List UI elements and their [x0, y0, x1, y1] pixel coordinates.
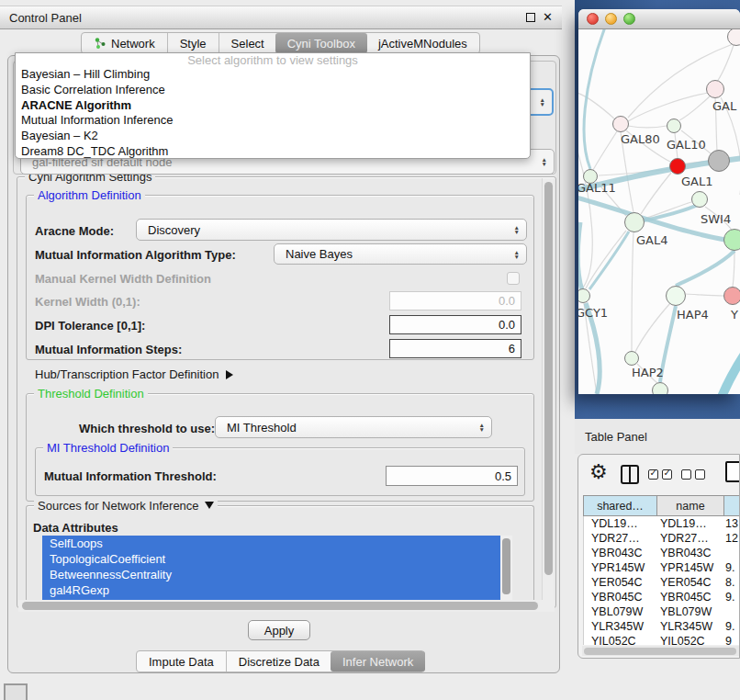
column-header-name[interactable]: name: [657, 495, 724, 516]
table-cell: YLR345W: [584, 620, 655, 633]
kernel-width-field[interactable]: 0.0: [389, 291, 521, 310]
network-node-gal[interactable]: [706, 80, 724, 98]
attribute-item[interactable]: TopologicalCoefficient: [42, 551, 512, 567]
network-node[interactable]: [708, 150, 730, 172]
dpi-tolerance-field[interactable]: 0.0: [389, 315, 521, 334]
sources-group-title[interactable]: Sources for Network Inference: [34, 499, 218, 513]
column-header-shared-name[interactable]: shared…: [583, 495, 657, 516]
table-row[interactable]: YBR043CYBR043C: [584, 546, 740, 560]
close-traffic-light-icon[interactable]: [587, 13, 599, 25]
settings-gear-icon[interactable]: ⚙: [589, 462, 608, 482]
network-node[interactable]: [723, 229, 740, 251]
table-body[interactable]: YDL19…YDL19…13YDR27…YDR27…12YBR043CYBR04…: [583, 516, 740, 645]
table-row[interactable]: YPR145WYPR145W9.: [584, 560, 740, 575]
network-node-hap4[interactable]: [666, 286, 686, 306]
network-node-gal10[interactable]: [667, 119, 681, 133]
tab-infer-network[interactable]: Infer Network: [331, 651, 425, 672]
table-horizontal-scrollbar[interactable]: [582, 646, 740, 656]
mi-type-combobox[interactable]: Naive Bayes ▲▼: [274, 243, 527, 265]
threshold-definition-title: Threshold Definition: [34, 387, 148, 401]
tab-discretize-data[interactable]: Discretize Data: [226, 651, 331, 672]
column-header-cut[interactable]: [724, 495, 740, 516]
apply-button-label: Apply: [264, 624, 295, 638]
dropdown-option[interactable]: Mutual Information Inference: [16, 113, 530, 129]
network-node-gal80[interactable]: [612, 116, 629, 132]
tab-cyni-toolbox[interactable]: Cyni Toolbox: [275, 33, 367, 53]
network-node-label: GAL1: [681, 175, 712, 188]
network-node-swi4[interactable]: [691, 191, 708, 208]
bottom-tabs: Impute Data Discretize Data Infer Networ…: [136, 650, 425, 672]
tab-network[interactable]: Network: [82, 33, 167, 53]
network-node-label: GAL4: [636, 233, 667, 247]
hub-factor-expander[interactable]: Hub/Transcription Factor Definition: [35, 367, 233, 381]
table-row[interactable]: YLR345WYLR345W9.: [584, 619, 740, 634]
table-row[interactable]: YDR27…YDR27…12: [584, 531, 740, 546]
mi-threshold-field[interactable]: 0.5: [386, 466, 518, 486]
table-cell: YBL079W: [655, 605, 722, 618]
attribute-item[interactable]: BetweennessCentrality: [42, 567, 512, 582]
attribute-item[interactable]: SelfLoops: [42, 536, 512, 551]
network-node-label: Y: [731, 308, 738, 322]
tab-jactivemnodules[interactable]: jActiveMNodules: [366, 33, 479, 53]
which-threshold-label: Which threshold to use:: [79, 422, 215, 435]
tab-style[interactable]: Style: [167, 33, 219, 53]
tab-label: jActiveMNodules: [378, 37, 467, 51]
dpi-tolerance-label: DPI Tolerance [0,1]:: [35, 319, 145, 333]
network-node-hap2[interactable]: [624, 351, 639, 366]
algorithm-definition-title: Algorithm Definition: [34, 188, 145, 202]
data-attributes-list[interactable]: SelfLoops TopologicalCoefficient Between…: [42, 536, 512, 600]
aracne-mode-combobox[interactable]: Discovery ▲▼: [136, 219, 527, 241]
hub-factor-label: Hub/Transcription Factor Definition: [35, 367, 219, 381]
tab-label: Style: [180, 37, 207, 51]
node-table: shared… name YDL19…YDL19…13YDR27…YDR27…1…: [583, 495, 740, 645]
network-node[interactable]: [652, 382, 668, 394]
tab-impute-data[interactable]: Impute Data: [137, 651, 226, 672]
minimize-traffic-light-icon[interactable]: [605, 13, 617, 25]
deselect-all-icon[interactable]: [681, 469, 705, 480]
network-window-titlebar[interactable]: [578, 9, 740, 29]
dropdown-option[interactable]: Dream8 DC_TDC Algorithm: [16, 144, 530, 159]
network-node-label: GCY1: [578, 306, 608, 320]
network-node-gal4[interactable]: [624, 212, 645, 232]
column-layout-icon[interactable]: [621, 465, 639, 484]
aracne-mode-label: Aracne Mode:: [35, 224, 114, 238]
mi-type-label: Mutual Information Algorithm Type:: [35, 248, 236, 262]
table-panel-frame: ⚙ shared… name YDL19…YDL19…13YDR27…YDR27…: [577, 454, 740, 659]
minimized-panel-grip[interactable]: [4, 683, 28, 700]
apply-button[interactable]: Apply: [248, 620, 310, 640]
dropdown-option[interactable]: Basic Correlation Inference: [16, 83, 530, 98]
settings-vertical-scrollbar[interactable]: [542, 178, 554, 600]
manual-kernel-checkbox[interactable]: [507, 272, 520, 285]
table-cell: YDR27…: [655, 532, 722, 545]
table-row[interactable]: YBR045CYBR045C9.: [584, 590, 740, 604]
network-canvas[interactable]: GALGAL80GAL10GAL1GAL11SWI4GAL4GCY1HAP4YH…: [578, 29, 740, 394]
float-window-icon[interactable]: [526, 13, 535, 22]
table-row[interactable]: YDL19…YDL19…13: [584, 516, 740, 531]
kernel-width-label: Kernel Width (0,1):: [35, 295, 140, 309]
mi-steps-field[interactable]: 6: [389, 339, 521, 358]
network-node-gal1[interactable]: [669, 158, 686, 175]
dropdown-option[interactable]: Bayesian – K2: [16, 129, 530, 144]
attribute-list-scrollbar[interactable]: [500, 536, 512, 600]
network-window[interactable]: GALGAL80GAL10GAL1GAL11SWI4GAL4GCY1HAP4YH…: [578, 9, 740, 394]
settings-horizontal-scrollbar[interactable]: [18, 600, 555, 612]
table-row[interactable]: YBL079WYBL079W: [584, 604, 740, 619]
close-icon[interactable]: ✕: [543, 13, 553, 22]
which-threshold-combobox[interactable]: MI Threshold ▲▼: [215, 416, 492, 438]
table-cell: YPR145W: [584, 561, 655, 574]
table-cell: YER054C: [655, 576, 722, 589]
zoom-traffic-light-icon[interactable]: [623, 13, 635, 25]
new-table-icon[interactable]: [725, 461, 740, 482]
combo-arrows-icon: ▲▼: [542, 157, 547, 166]
table-row[interactable]: YIL052CYIL052C9: [584, 634, 740, 645]
select-all-icon[interactable]: [648, 469, 672, 480]
table-row[interactable]: YER054CYER054C8.: [584, 575, 740, 590]
network-node-y[interactable]: [723, 287, 740, 305]
dropdown-option-aracne[interactable]: ARACNE Algorithm: [16, 98, 530, 114]
attribute-item[interactable]: gal4RGexp: [42, 582, 512, 598]
dropdown-option[interactable]: Bayesian – Hill Climbing: [16, 67, 530, 83]
tab-select[interactable]: Select: [219, 33, 276, 53]
network-node-label: GAL: [712, 99, 736, 113]
table-cell: YBR045C: [655, 591, 722, 604]
table-header-row: shared… name: [583, 495, 740, 516]
